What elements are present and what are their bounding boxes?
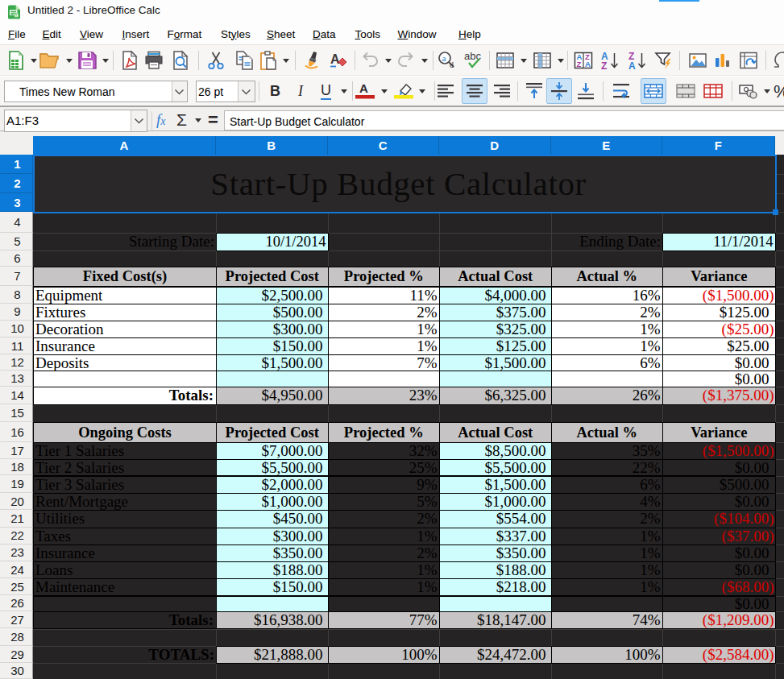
svg-text:A: A [359,81,368,95]
svg-text:a: a [442,53,446,63]
svg-text:A: A [628,60,636,71]
svg-text:d: d [450,60,454,69]
svg-text:A: A [585,60,591,68]
svg-text:Z: Z [577,60,582,68]
svg-text:Z: Z [601,60,607,71]
svg-text:A: A [330,52,340,66]
